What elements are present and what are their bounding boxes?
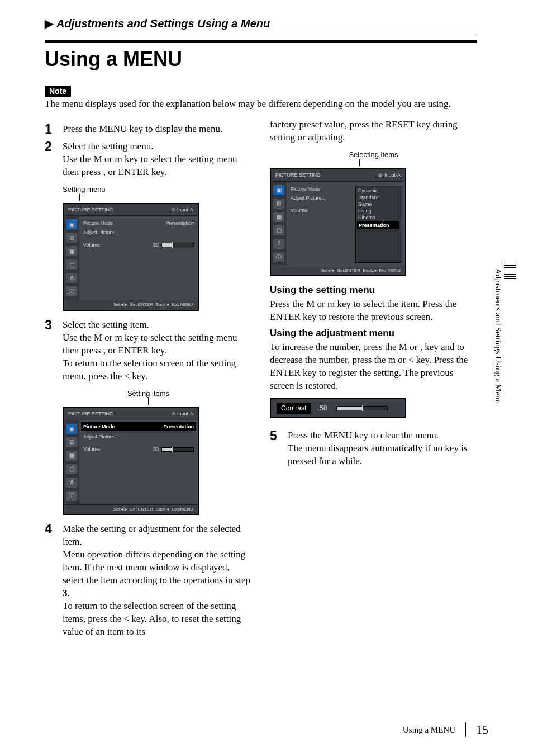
osd-setting-menu: PICTURE SETTING⊕ Input-A ▣ ⊞ ▦ ▢ ♁ ⓘ Pic…: [63, 203, 199, 311]
side-tab-label: Adjustments and Settings Using a Menu: [493, 268, 503, 404]
tab-icon: ▢: [273, 225, 284, 235]
step-3: 3 Select the setting item. Use the M or …: [45, 319, 252, 383]
step-number: 5: [270, 429, 280, 468]
step-4-continued: factory preset value, press the RESET ke…: [270, 119, 477, 144]
step-number: 3: [45, 319, 55, 383]
footer-title: Using a MENU: [403, 725, 455, 735]
tab-icon: ⊞: [66, 437, 77, 447]
step-4: 4 Make the setting or adjustment for the…: [45, 523, 252, 638]
step-body: To return to the selection screen of the…: [63, 600, 252, 639]
step-5: 5 Press the MENU key to clear the menu. …: [270, 429, 477, 468]
caption-setting-items: Setting items: [45, 389, 252, 399]
step-body: Use the M or m key to select the setting…: [63, 332, 252, 357]
subhead-using-adjustment-menu: Using the adjustment menu: [270, 327, 477, 340]
step-body: To return to the selection screen of the…: [63, 357, 252, 383]
tab-icon: ♁: [66, 478, 77, 488]
osd-selecting-items: PICTURE SETTING⊕ Input-A ▣ ⊞ ▦ ▢ ♁ ⓘ: [270, 168, 406, 276]
note-badge: Note: [45, 86, 71, 97]
tab-icon: ▦: [66, 451, 77, 461]
tab-info-icon: ⓘ: [273, 252, 284, 262]
step-number: 4: [45, 523, 55, 638]
pointer-line: [148, 398, 149, 405]
tab-info-icon: ⓘ: [66, 491, 77, 501]
pointer-line: [79, 194, 80, 201]
tab-picture-icon: ▣: [66, 219, 77, 229]
step-lead: Select the setting menu.: [63, 140, 252, 153]
tab-picture-icon: ▣: [66, 424, 77, 434]
triangle-right-icon: ▶: [45, 17, 53, 30]
step-lead: Make the setting or adjustment for the s…: [63, 523, 252, 549]
contrast-label: Contrast: [277, 403, 311, 414]
tab-icon: ▦: [66, 246, 77, 256]
tab-icon: ⊞: [273, 199, 284, 209]
tab-icon: ▦: [273, 212, 284, 222]
tab-picture-icon: ▣: [273, 185, 284, 195]
page-title: Using a MENU: [45, 48, 477, 71]
tab-icon: ♁: [66, 273, 77, 283]
caption-selecting-items: Selecting items: [270, 150, 477, 160]
step-lead: Press the MENU key to display the menu.: [63, 123, 252, 136]
tab-info-icon: ⓘ: [66, 286, 77, 296]
paragraph: Press the M or m key to select the item.…: [270, 298, 477, 324]
step-number: 2: [45, 140, 55, 179]
tab-icon: ♁: [273, 239, 284, 249]
step-lead: Press the MENU key to clear the menu.: [288, 429, 477, 442]
tab-icon: ▢: [66, 259, 77, 270]
tab-icon: ⊞: [66, 233, 77, 243]
note-text: The menu displays used for the explanati…: [45, 98, 477, 111]
step-body: The menu disappears automatically if no …: [288, 442, 477, 468]
step-number: 1: [45, 123, 55, 136]
page-footer: Using a MENU 15: [403, 722, 488, 737]
step-1: 1 Press the MENU key to display the menu…: [45, 123, 252, 136]
osd-setting-items: PICTURE SETTING⊕ Input-A ▣ ⊞ ▦ ▢ ♁ ⓘ Pic…: [63, 407, 199, 515]
step-lead: Select the setting item.: [63, 319, 252, 332]
page-number: 15: [465, 722, 488, 737]
caption-setting-menu: Setting menu: [63, 185, 252, 195]
osd-contrast-bar: Contrast 50: [270, 398, 406, 418]
thumb-index-lines: [504, 263, 516, 281]
contrast-value: 50: [320, 404, 327, 413]
section-header: ▶Adjustments and Settings Using a Menu: [45, 17, 477, 32]
title-rule: [45, 40, 477, 43]
step-body: Menu operation differs depending on the …: [63, 549, 252, 600]
pointer-line: [359, 159, 360, 166]
paragraph: To increase the number, press the M or ,…: [270, 341, 477, 393]
dropdown-picture-mode: Dynamic Standard Game Living Cinema Pres…: [355, 186, 401, 263]
tab-icon: ▢: [66, 464, 77, 474]
step-body: Use the M or m key to select the setting…: [63, 153, 252, 179]
subhead-using-setting-menu: Using the setting menu: [270, 284, 477, 297]
step-2: 2 Select the setting menu. Use the M or …: [45, 140, 252, 179]
